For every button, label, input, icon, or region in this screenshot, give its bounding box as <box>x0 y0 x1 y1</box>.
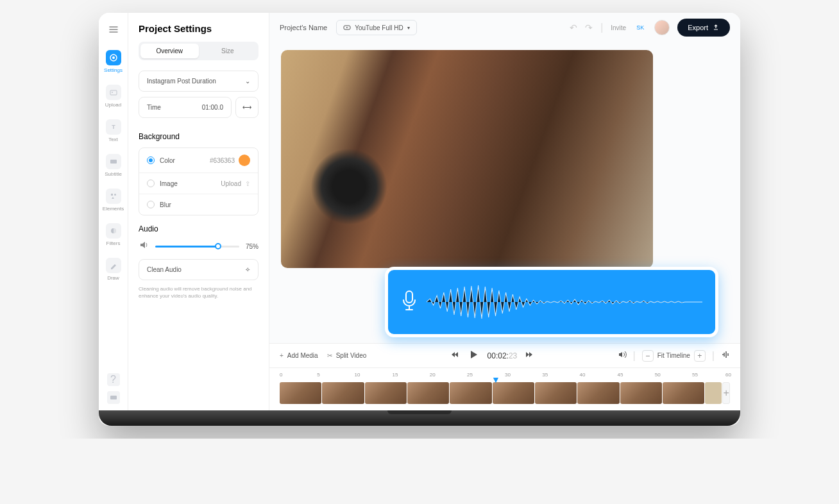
chevron-down-icon: ▾ <box>407 25 410 31</box>
tab-size[interactable]: Size <box>199 44 257 58</box>
mute-button[interactable] <box>618 350 627 362</box>
export-icon <box>712 24 720 31</box>
clip[interactable] <box>577 382 619 404</box>
undo-button[interactable]: ↶ <box>570 22 577 33</box>
clip[interactable] <box>535 382 577 404</box>
clean-audio-help: Cleaning audio will remove background no… <box>139 285 258 299</box>
fit-timeline-label[interactable]: Fit Timeline <box>657 352 690 359</box>
clip[interactable] <box>365 382 407 404</box>
time-value: 01:00.0 <box>202 104 223 111</box>
split-label: Split Video <box>336 352 367 359</box>
duration-label: Instagram Post Duration <box>147 78 216 85</box>
sidebar-item-settings[interactable]: Settings <box>99 46 128 77</box>
sidebar-label: Text <box>108 137 118 142</box>
sidebar-item-draw[interactable]: Draw <box>99 254 128 285</box>
hamburger-icon[interactable] <box>103 19 124 42</box>
bg-image-option[interactable]: Image Upload ⇪ <box>139 173 258 194</box>
bg-image-label: Image <box>160 180 178 187</box>
time-label: Time <box>147 104 161 111</box>
subtitle-icon <box>106 154 121 169</box>
add-media-button[interactable]: + Add Media <box>280 352 318 359</box>
svg-point-7 <box>114 194 116 196</box>
filters-icon <box>106 223 121 239</box>
clip[interactable] <box>280 382 321 404</box>
clip[interactable] <box>663 382 704 404</box>
redo-button[interactable]: ↷ <box>585 22 593 33</box>
tab-overview[interactable]: Overview <box>140 44 199 58</box>
volume-icon[interactable] <box>139 240 149 253</box>
preview-area <box>269 42 740 343</box>
sidebar-item-text[interactable]: T Text <box>99 115 128 146</box>
plus-icon: + <box>280 352 284 359</box>
elements-icon <box>106 189 121 204</box>
topbar: Project's Name YouTube Full HD ▾ ↶ ↷ | I… <box>269 13 740 42</box>
export-button[interactable]: Export <box>677 19 730 37</box>
avatar[interactable] <box>654 20 670 35</box>
clean-audio-label: Clean Audio <box>147 266 182 273</box>
upload-label: Upload <box>221 180 241 187</box>
settings-icon <box>106 50 121 65</box>
sidebar-item-elements[interactable]: Elements <box>99 185 128 215</box>
rewind-button[interactable] <box>450 350 459 362</box>
playback-time: 00:02:23 <box>487 351 518 360</box>
bg-color-option[interactable]: Color #636363 <box>139 148 258 173</box>
project-name[interactable]: Project's Name <box>280 24 327 31</box>
svg-text:T: T <box>112 124 115 130</box>
sidebar-item-upload[interactable]: Upload <box>99 81 128 112</box>
radio-icon <box>147 156 155 164</box>
expand-button[interactable]: ⟷ <box>235 97 258 118</box>
upload-icon <box>106 85 121 100</box>
forward-button[interactable] <box>525 350 534 362</box>
play-button[interactable] <box>467 348 480 364</box>
playback-controls: + Add Media ✂ Split Video 00:02:23 | − F… <box>269 343 740 367</box>
zoom-out-button[interactable]: − <box>642 350 654 362</box>
waveform-toggle[interactable] <box>721 350 730 362</box>
bg-color-label: Color <box>160 157 175 164</box>
keyboard-icon[interactable] <box>107 391 120 404</box>
svg-rect-9 <box>110 396 117 399</box>
export-label: Export <box>688 24 708 31</box>
clip[interactable] <box>407 382 449 404</box>
clean-audio-button[interactable]: Clean Audio ✧ <box>139 259 258 280</box>
sidebar-label: Subtitle <box>105 171 122 177</box>
color-swatch[interactable] <box>239 155 250 166</box>
svg-rect-6 <box>111 194 113 196</box>
draw-icon <box>106 258 121 273</box>
svg-point-3 <box>112 92 113 93</box>
time-field[interactable]: Time 01:00.0 <box>139 97 232 118</box>
audio-heading: Audio <box>139 224 258 233</box>
add-media-label: Add Media <box>287 352 318 359</box>
waveform <box>427 283 702 321</box>
timeline-ruler: 0 5 10 15 20 25 30 35 40 45 50 55 60 ▼ <box>280 371 730 382</box>
clip[interactable] <box>322 382 364 404</box>
sidebar-label: Settings <box>104 67 123 73</box>
clip[interactable] <box>493 382 534 404</box>
sidebar-item-subtitle[interactable]: Subtitle <box>99 150 128 181</box>
timeline-clips[interactable]: + <box>280 382 730 404</box>
user-initials[interactable]: SK <box>634 23 647 32</box>
timeline[interactable]: 0 5 10 15 20 25 30 35 40 45 50 55 60 ▼ <box>269 367 740 410</box>
invite-button[interactable]: Invite <box>611 24 626 31</box>
radio-icon <box>147 201 155 208</box>
scissors-icon: ✂ <box>327 352 332 359</box>
clip[interactable] <box>620 382 662 404</box>
zoom-in-button[interactable]: + <box>694 350 706 362</box>
bg-blur-option[interactable]: Blur <box>139 194 258 215</box>
split-video-button[interactable]: ✂ Split Video <box>327 352 367 359</box>
sidebar-item-filters[interactable]: Filters <box>99 219 128 250</box>
preset-label: YouTube Full HD <box>355 24 403 31</box>
clip[interactable] <box>705 382 722 404</box>
playhead-icon[interactable]: ▼ <box>491 374 500 385</box>
help-icon[interactable]: ? <box>107 373 120 386</box>
background-heading: Background <box>139 132 258 141</box>
duration-select[interactable]: Instagram Post Duration ⌄ <box>139 71 258 92</box>
add-clip-button[interactable]: + <box>722 382 730 404</box>
background-options: Color #636363 Image Upload ⇪ Blur <box>139 147 258 215</box>
svg-rect-2 <box>110 90 117 95</box>
volume-slider[interactable] <box>155 246 239 248</box>
preset-select[interactable]: YouTube Full HD ▾ <box>336 20 416 35</box>
clip[interactable] <box>450 382 491 404</box>
svg-rect-5 <box>110 160 117 164</box>
sparkle-icon: ✧ <box>245 266 250 273</box>
video-preview[interactable] <box>281 50 653 268</box>
